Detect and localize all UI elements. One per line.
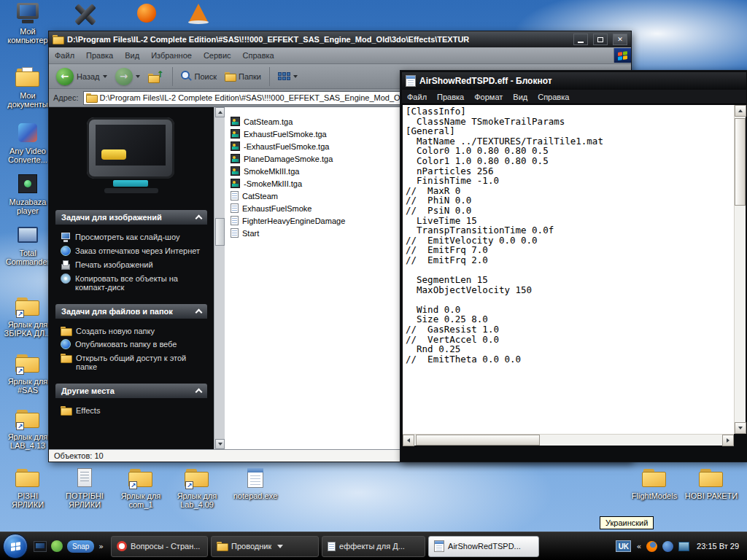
menu-file[interactable]: Файл (49, 49, 80, 62)
notepad-menu-bar: Файл Правка Формат Вид Справка (402, 90, 746, 104)
task-order-prints[interactable]: Заказ отпечатков через Интернет (61, 246, 209, 256)
desktop-icon-shortcut-lab413[interactable]: ↗ Ярлык для LAB_4.13 (0, 408, 55, 450)
desktop-icon-my-computer[interactable]: Мой компьютер (0, 3, 55, 44)
tray-collapse-chevron[interactable]: « (636, 542, 641, 551)
explorer-title-bar[interactable]: D:\Program Files\IL-2 Complete Edition\#… (49, 31, 631, 47)
desktop-icon-muzabaza-player[interactable]: Muzabaza player (0, 174, 55, 215)
desktop-icon-total-commander[interactable]: Total Commander (0, 225, 55, 266)
network-tray-icon[interactable] (678, 542, 689, 551)
explorer-menu-bar: Файл Правка Вид Избранное Сервис Справка (49, 47, 631, 64)
scroll-up-button[interactable] (735, 105, 746, 117)
slideshow-icon (61, 232, 71, 242)
views-button[interactable] (275, 72, 301, 80)
notepad-vertical-scrollbar[interactable] (734, 105, 746, 434)
menu-file[interactable]: Файл (402, 91, 432, 103)
menu-edit[interactable]: Правка (432, 91, 469, 103)
desktop-icon-potribni-yarlyky[interactable]: ПОТРІБНІ ЯРЛИКИ (57, 467, 112, 509)
menu-help[interactable]: Справка (533, 91, 574, 103)
chevron-down-icon (103, 75, 107, 78)
shortcut-arrow-icon: ↗ (16, 422, 24, 430)
back-button[interactable]: ← Назад (53, 68, 110, 85)
desktop-icon-any-video-converter[interactable]: Any Video Converte... (0, 122, 55, 164)
up-button[interactable]: ↑ (145, 69, 167, 84)
menu-favorites[interactable]: Избранное (145, 49, 198, 62)
blue-app-tray-icon[interactable] (662, 541, 673, 552)
notepad-icon (406, 75, 416, 87)
desktop-icon-shortcut-lab409[interactable]: ↗ Ярлык для Lab_4.09 (169, 467, 225, 509)
folders-button[interactable]: Папки (222, 72, 264, 81)
toolbar-separator (172, 67, 173, 86)
desktop-icon-shortcut-com1[interactable]: ↗ Ярлык для com_1 (113, 467, 169, 509)
taskbar: Snap » Вопросы - Стран... Проводник еффе… (0, 532, 747, 560)
folder-shortcut-icon: ↗ (15, 408, 40, 430)
tga-file-icon (231, 166, 240, 176)
desktop-icon-shortcut-zbirka[interactable]: ↗ Ярлык для ЗБІРКА ДЛ... (0, 296, 55, 338)
minimize-button[interactable] (573, 34, 588, 45)
menu-edit[interactable]: Правка (80, 49, 119, 62)
notepad-text-area[interactable]: [ClassInfo] ClassName TSmokeTrailParams … (403, 105, 734, 434)
menu-tools[interactable]: Сервис (198, 49, 237, 62)
folder-icon (699, 467, 724, 489)
taskbar-button-explorer-group[interactable]: Проводник (211, 536, 319, 557)
status-text: Объектов: 10 (54, 451, 104, 460)
firefox-tray-icon[interactable] (646, 541, 657, 552)
place-effects[interactable]: Effects (61, 406, 209, 415)
desktop-icon-shortcut-sas[interactable]: ↗ Ярлык для #SAS (0, 353, 55, 394)
back-icon: ← (56, 68, 74, 85)
notepad-horizontal-scrollbar[interactable] (403, 434, 734, 446)
other-places-header[interactable]: Другие места (55, 384, 207, 398)
quicklaunch-expand-chevron[interactable]: » (98, 542, 104, 551)
tasks-files-header[interactable]: Задачи для файлов и папок (55, 304, 207, 319)
task-new-folder[interactable]: Создать новую папку (61, 327, 209, 335)
scroll-up-button[interactable] (215, 107, 225, 117)
desktop-icon-orange-app[interactable] (137, 4, 156, 23)
task-copy-to-cd[interactable]: Копировать все объекты на компакт-диск (61, 274, 209, 292)
forward-button[interactable]: → (112, 68, 143, 85)
search-button[interactable]: Поиск (178, 71, 220, 82)
tga-file-icon (231, 117, 240, 126)
taskbar-button-effects-doc[interactable]: еффекты для Д... (322, 536, 425, 557)
scroll-thumb[interactable] (735, 118, 746, 206)
close-button[interactable]: ✕ (613, 34, 627, 45)
tasks-images-header[interactable]: Задачи для изображений (55, 210, 207, 225)
maximize-button[interactable] (593, 34, 608, 45)
menu-help[interactable]: Справка (237, 49, 280, 62)
snap-quicklaunch-button[interactable]: Snap (67, 540, 94, 553)
desktop-icon-vlc[interactable] (188, 2, 209, 24)
new-folder-icon (61, 327, 71, 335)
desktop-icon-novi-rakety[interactable]: НОВІ РАКЕТИ (684, 467, 739, 500)
desktop-icon-notepad-exe[interactable]: notepad.exe (228, 467, 283, 500)
image-preview (66, 116, 196, 203)
menu-view[interactable]: Вид (508, 91, 533, 103)
menu-format[interactable]: Формат (469, 91, 508, 103)
scroll-down-button[interactable] (215, 439, 225, 449)
taskbar-button-browser[interactable]: Вопросы - Стран... (111, 536, 208, 557)
task-share-folder[interactable]: Открыть общий доступ к этой папке (61, 354, 209, 371)
task-view-slideshow[interactable]: Просмотреть как слайд-шоу (61, 233, 209, 242)
scroll-thumb[interactable] (215, 218, 225, 246)
scroll-down-button[interactable] (735, 422, 746, 434)
notepad-title-bar[interactable]: AirShowRedTSPD.eff - Блокнот (402, 72, 746, 90)
start-button[interactable] (3, 534, 28, 559)
scroll-thumb[interactable] (416, 435, 540, 446)
tga-file-icon (231, 129, 240, 139)
green-app-quicklaunch-icon[interactable] (51, 540, 63, 552)
notepad-content[interactable]: [ClassInfo] ClassName TSmokeTrailParams … (403, 105, 734, 365)
folder-shortcut-icon: ↗ (128, 467, 153, 489)
desktop-icon-my-documents[interactable]: Мои документы (0, 67, 55, 109)
task-print-images[interactable]: Печать изображений (61, 260, 209, 270)
scroll-right-button[interactable] (722, 435, 734, 446)
console-quicklaunch-icon[interactable] (34, 541, 47, 552)
menu-view[interactable]: Вид (119, 49, 145, 62)
task-publish-folder[interactable]: Опубликовать папку в вебе (61, 340, 209, 349)
taskbar-button-notepad-active[interactable]: AirShowRedTSPD... (428, 536, 539, 557)
quick-launch: Snap » (28, 540, 109, 553)
scroll-left-button[interactable] (403, 435, 414, 446)
notepad-title: AirShowRedTSPD.eff - Блокнот (419, 76, 743, 86)
desktop-icon-rizni-yarlyky[interactable]: РІЗНІ ЯРЛИКИ (0, 467, 55, 509)
desktop-icon-x-app[interactable] (73, 2, 98, 27)
desktop-icon-flightmodels[interactable]: FlightModels (627, 467, 682, 500)
chevron-up-icon (196, 215, 203, 222)
task-panel-scrollbar[interactable] (214, 107, 225, 449)
language-indicator[interactable]: UK (616, 540, 631, 552)
